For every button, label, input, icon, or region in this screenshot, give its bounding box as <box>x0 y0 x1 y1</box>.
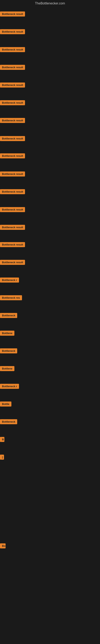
bottleneck-item-22: Bottleneck r <box>0 384 19 390</box>
bottleneck-item-12: Bottleneck result <box>0 207 25 213</box>
bottleneck-badge-13: Bottleneck result <box>0 225 25 230</box>
bottleneck-badge-26: | <box>0 454 4 460</box>
bottleneck-item-14: Bottleneck result <box>0 242 25 248</box>
bottleneck-badge-24: Bottleneck <box>0 419 17 424</box>
bottleneck-badge-25: B <box>0 437 4 442</box>
bottleneck-item-9: Bottleneck result <box>0 153 25 159</box>
bottleneck-item-15: Bottleneck result <box>0 260 25 266</box>
bottleneck-item-19: Bottlene <box>0 331 14 336</box>
bottleneck-badge-18: Bottleneck <box>0 313 17 318</box>
bottleneck-item-21: Bottlene <box>0 366 14 372</box>
bottleneck-badge-6: Bottleneck result <box>0 100 25 105</box>
bottleneck-badge-3: Bottleneck result <box>0 47 25 52</box>
bottleneck-item-1: Bottleneck result <box>0 12 25 17</box>
bottleneck-item-17: Bottleneck res <box>0 295 22 301</box>
bottleneck-item-2: Bottleneck result <box>0 29 25 35</box>
bottleneck-badge-1: Bottleneck result <box>0 12 25 16</box>
bottleneck-item-18: Bottleneck <box>0 313 17 319</box>
bottleneck-badge-11: Bottleneck result <box>0 189 25 194</box>
bottleneck-badge-10: Bottleneck result <box>0 172 25 176</box>
bottleneck-badge-21: Bottlene <box>0 366 14 371</box>
bottleneck-item-5: Bottleneck result <box>0 82 25 88</box>
site-title-bar: TheBottlenecker.com <box>0 0 100 7</box>
bottleneck-item-26: | <box>0 454 4 460</box>
bottleneck-badge-5: Bottleneck result <box>0 82 25 88</box>
bottleneck-item-4: Bottleneck result <box>0 65 25 71</box>
bottleneck-item-10: Bottleneck result <box>0 172 25 177</box>
bottleneck-item-7: Bottleneck result <box>0 118 25 124</box>
bottleneck-item-6: Bottleneck result <box>0 100 25 106</box>
bottleneck-item-27: Bo <box>0 544 6 549</box>
bottleneck-item-3: Bottleneck result <box>0 47 25 53</box>
bottleneck-item-16: Bottleneck r <box>0 278 19 283</box>
bottleneck-badge-12: Bottleneck result <box>0 207 25 212</box>
bottleneck-badge-4: Bottleneck result <box>0 65 25 70</box>
bottleneck-badge-17: Bottleneck res <box>0 295 22 300</box>
bottleneck-item-13: Bottleneck result <box>0 225 25 231</box>
bottleneck-badge-7: Bottleneck result <box>0 118 25 123</box>
bottleneck-badge-14: Bottleneck result <box>0 242 25 247</box>
bottleneck-badge-2: Bottleneck result <box>0 29 25 34</box>
bottleneck-badge-22: Bottleneck r <box>0 384 19 389</box>
bottleneck-item-24: Bottleneck <box>0 419 17 425</box>
bottleneck-badge-16: Bottleneck r <box>0 278 19 282</box>
bottleneck-badge-20: Bottleneck <box>0 348 17 354</box>
bottleneck-item-23: Bottle <box>0 402 11 407</box>
bottleneck-badge-8: Bottleneck result <box>0 136 25 141</box>
bottleneck-badge-23: Bottle <box>0 402 11 406</box>
bottleneck-badge-15: Bottleneck result <box>0 260 25 265</box>
bottleneck-item-11: Bottleneck result <box>0 189 25 195</box>
bottleneck-badge-27: Bo <box>0 544 6 548</box>
bottleneck-badge-19: Bottlene <box>0 331 14 336</box>
bottleneck-item-20: Bottleneck <box>0 348 17 354</box>
site-title: TheBottlenecker.com <box>0 0 100 7</box>
bottleneck-item-25: B <box>0 437 4 443</box>
bottleneck-item-8: Bottleneck result <box>0 136 25 142</box>
bottleneck-badge-9: Bottleneck result <box>0 153 25 158</box>
